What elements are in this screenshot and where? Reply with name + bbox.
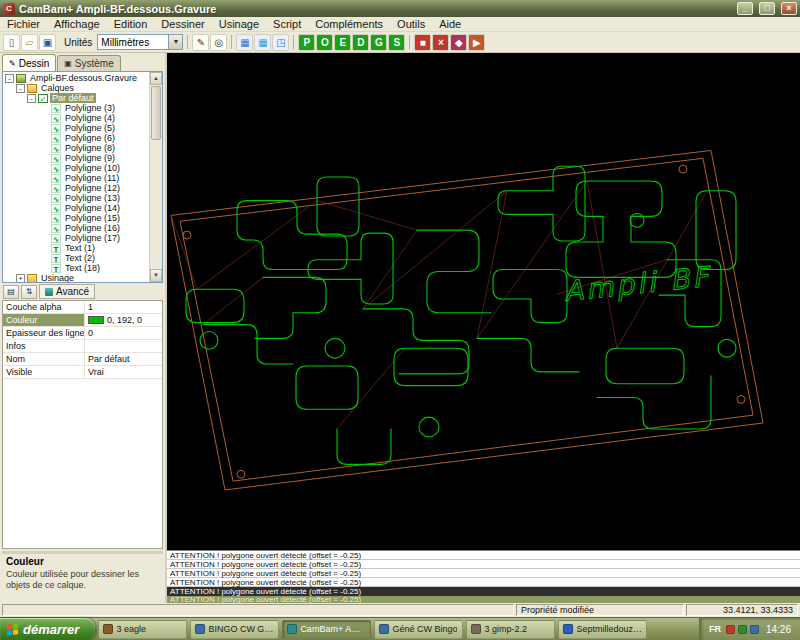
menu-complements[interactable]: Compléments bbox=[308, 18, 390, 30]
new-file-icon[interactable]: ▯ bbox=[3, 34, 20, 51]
start-button[interactable]: démarrer bbox=[0, 618, 95, 640]
tree-expander-icon[interactable]: - bbox=[5, 74, 14, 83]
tree-item-polyligne-4[interactable]: ∿Polyligne (4) bbox=[4, 113, 149, 123]
rapid-moves bbox=[171, 181, 707, 429]
drill-op-icon[interactable]: D bbox=[352, 34, 369, 51]
tray-icon-1[interactable] bbox=[726, 625, 735, 634]
profile-op-icon[interactable]: P bbox=[298, 34, 315, 51]
snap-grid-icon[interactable]: ▦ bbox=[254, 34, 271, 51]
menu-dessiner[interactable]: Dessiner bbox=[154, 18, 211, 30]
tree-item-polyligne-13[interactable]: ∿Polyligne (13) bbox=[4, 193, 149, 203]
taskbar-button-3-gimp-2-2[interactable]: 3 gimp-2.2 bbox=[466, 620, 555, 639]
tree-node-usinage[interactable]: +Usinage bbox=[4, 273, 149, 282]
remove-ops-icon[interactable]: × bbox=[432, 34, 449, 51]
message-row[interactable]: ATTENTION ! polygone ouvert détecté (off… bbox=[167, 578, 800, 587]
tree-item-polyligne-3[interactable]: ∿Polyligne (3) bbox=[4, 103, 149, 113]
tree-item-polyligne-14[interactable]: ∿Polyligne (14) bbox=[4, 203, 149, 213]
units-combobox[interactable]: Millimètres ▼ bbox=[97, 34, 183, 50]
redraw-icon[interactable]: ✎ bbox=[192, 34, 209, 51]
tree-expander-icon[interactable]: + bbox=[16, 274, 25, 283]
taskbar-button-cambam-ampli-bf[interactable]: CamBam+ Ampli BF ... bbox=[282, 620, 371, 639]
menu-outils[interactable]: Outils bbox=[390, 18, 432, 30]
property-row-visible[interactable]: VisibleVrai bbox=[3, 366, 162, 379]
tree-root[interactable]: -Ampli-BF.dessous.Gravure bbox=[4, 73, 149, 83]
save-icon[interactable]: ▣ bbox=[39, 34, 56, 51]
zoom-fit-icon[interactable]: ◎ bbox=[210, 34, 227, 51]
stop-icon[interactable]: ■ bbox=[414, 34, 431, 51]
language-indicator[interactable]: FR bbox=[709, 624, 721, 634]
grid-icon[interactable]: ▦ bbox=[236, 34, 253, 51]
message-row[interactable]: ATTENTION ! polygone ouvert détecté (off… bbox=[167, 551, 800, 560]
property-row-epaisseur-des-lignes[interactable]: Epaisseur des lignes0 bbox=[3, 327, 162, 340]
tree-item-polyligne-17[interactable]: ∿Polyligne (17) bbox=[4, 233, 149, 243]
close-button[interactable]: × bbox=[781, 2, 797, 15]
simulate-op-icon[interactable]: S bbox=[388, 34, 405, 51]
property-value[interactable]: 0, 192, 0 bbox=[85, 314, 162, 326]
property-value[interactable]: Vrai bbox=[85, 366, 162, 378]
menu-affichage[interactable]: Affichage bbox=[47, 18, 107, 30]
tray-icon-3[interactable] bbox=[750, 625, 759, 634]
tree-item-text-2[interactable]: TText (2) bbox=[4, 253, 149, 263]
sort-alphabetical-button[interactable]: ⇅ bbox=[21, 285, 37, 299]
property-row-couche-alpha[interactable]: Couche alpha1 bbox=[3, 301, 162, 314]
tree-item-text-18[interactable]: TText (18) bbox=[4, 263, 149, 273]
maximize-button[interactable]: □ bbox=[759, 2, 775, 15]
menu-usinage[interactable]: Usinage bbox=[212, 18, 266, 30]
axes-icon[interactable]: ◳ bbox=[272, 34, 289, 51]
engraved-text[interactable]: Ampli BF bbox=[562, 260, 714, 308]
menu-edition[interactable]: Edition bbox=[107, 18, 155, 30]
menu-aide[interactable]: Aide bbox=[432, 18, 468, 30]
chevron-down-icon[interactable]: ▼ bbox=[168, 35, 182, 49]
tree-item-polyligne-9[interactable]: ∿Polyligne (9) bbox=[4, 153, 149, 163]
taskbar-button-gene-cw-bingo[interactable]: Géné CW Bingo bbox=[374, 620, 463, 639]
property-row-nom[interactable]: NomPar défaut bbox=[3, 353, 162, 366]
tree-item-polyligne-10[interactable]: ∿Polyligne (10) bbox=[4, 163, 149, 173]
tree-item-text-1[interactable]: TText (1) bbox=[4, 243, 149, 253]
taskbar-button-septmilledouze-le-for[interactable]: Septmilledouze le for... bbox=[558, 620, 647, 639]
tree-item-polyligne-6[interactable]: ∿Polyligne (6) bbox=[4, 133, 149, 143]
tree-item-polyligne-15[interactable]: ∿Polyligne (15) bbox=[4, 213, 149, 223]
tray-icon-2[interactable] bbox=[738, 625, 747, 634]
property-value[interactable]: 1 bbox=[85, 301, 162, 313]
minimize-button[interactable]: _ bbox=[737, 2, 753, 15]
scroll-down-icon[interactable]: ▼ bbox=[150, 269, 162, 282]
taskbar-button-bingo-cw-gene-cw[interactable]: BINGO CW Géné CW ... bbox=[190, 620, 279, 639]
tree-node-layer[interactable]: -✓Par défaut bbox=[4, 93, 149, 103]
tab-dessin[interactable]: ✎ Dessin bbox=[2, 54, 56, 71]
menu-fichier[interactable]: Fichier bbox=[0, 18, 47, 30]
property-row-couleur[interactable]: Couleur0, 192, 0 bbox=[3, 314, 162, 327]
message-row[interactable]: ATTENTION ! polygone ouvert détecté (off… bbox=[167, 596, 800, 603]
property-row-infos[interactable]: Infos bbox=[3, 340, 162, 353]
tree-item-polyligne-16[interactable]: ∿Polyligne (16) bbox=[4, 223, 149, 233]
message-row[interactable]: ATTENTION ! polygone ouvert détecté (off… bbox=[167, 569, 800, 578]
tree-item-polyligne-12[interactable]: ∿Polyligne (12) bbox=[4, 183, 149, 193]
tree-expander-icon[interactable]: - bbox=[16, 84, 25, 93]
tree-item-polyligne-8[interactable]: ∿Polyligne (8) bbox=[4, 143, 149, 153]
scroll-up-icon[interactable]: ▲ bbox=[150, 72, 162, 85]
pocket-op-icon[interactable]: O bbox=[316, 34, 333, 51]
message-row[interactable]: ATTENTION ! polygone ouvert détecté (off… bbox=[167, 560, 800, 569]
sort-categorized-button[interactable]: ▤ bbox=[3, 285, 19, 299]
property-value[interactable]: 0 bbox=[85, 327, 162, 339]
tree-scrollbar[interactable]: ▲ ▼ bbox=[149, 72, 162, 282]
run-icon[interactable]: ▶ bbox=[468, 34, 485, 51]
tab-systeme[interactable]: ▣ Système bbox=[57, 55, 120, 71]
polyline-object-icon: ∿ bbox=[51, 124, 61, 133]
gcode-op-icon[interactable]: G bbox=[370, 34, 387, 51]
tree-item-polyligne-11[interactable]: ∿Polyligne (11) bbox=[4, 173, 149, 183]
engrave-op-icon[interactable]: E bbox=[334, 34, 351, 51]
polyline-object-icon: ∿ bbox=[51, 204, 61, 213]
open-folder-icon[interactable]: ▱ bbox=[21, 34, 38, 51]
advanced-tab[interactable]: Avancé bbox=[39, 284, 95, 299]
taskbar-button-3-eagle[interactable]: 3 eagle bbox=[98, 620, 187, 639]
tree-item-polyligne-5[interactable]: ∿Polyligne (5) bbox=[4, 123, 149, 133]
menu-script[interactable]: Script bbox=[266, 18, 308, 30]
tree-node-calques[interactable]: -Calques bbox=[4, 83, 149, 93]
property-value[interactable] bbox=[85, 340, 162, 352]
plugins-icon[interactable]: ◆ bbox=[450, 34, 467, 51]
property-value[interactable]: Par défaut bbox=[85, 353, 162, 365]
tree-expander-icon[interactable]: - bbox=[27, 94, 36, 103]
scroll-thumb[interactable] bbox=[151, 86, 161, 140]
scroll-track[interactable] bbox=[150, 85, 162, 269]
drawing-canvas[interactable]: Ampli BF bbox=[167, 53, 800, 550]
